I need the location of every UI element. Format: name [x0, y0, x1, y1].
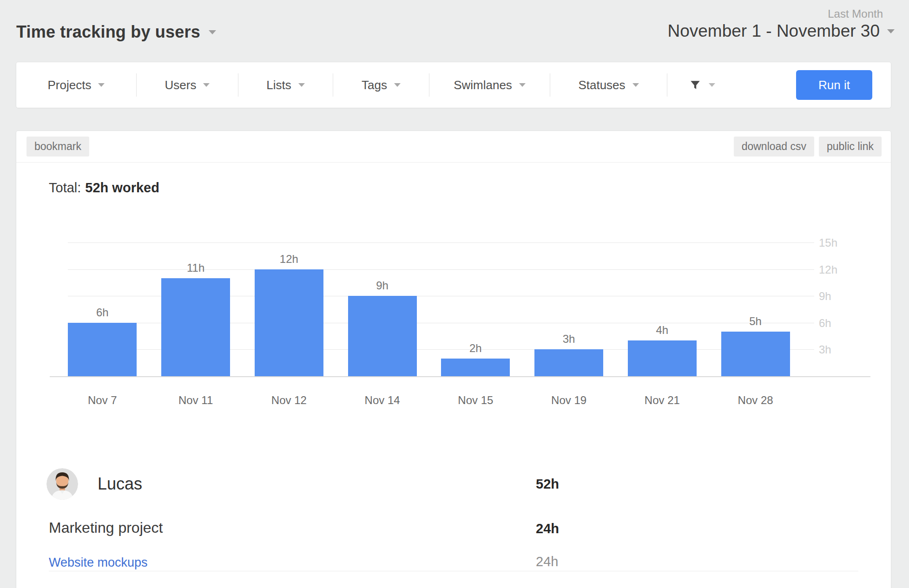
run-button[interactable]: Run it: [796, 70, 872, 100]
chart-bar-nov-28[interactable]: [721, 332, 790, 376]
chevron-down-icon: [209, 30, 216, 34]
x-axis-tick: Nov 7: [56, 394, 149, 407]
filter-users[interactable]: Users: [137, 62, 238, 108]
x-axis-tick: Nov 11: [149, 394, 243, 407]
x-axis-tick: Nov 12: [243, 394, 336, 407]
filter-funnel-icon: [689, 79, 701, 91]
y-axis-tick: 9h: [819, 290, 831, 303]
filter-bar: ProjectsUsersListsTagsSwimlanesStatuses …: [16, 62, 891, 108]
bar-value-label: 11h: [149, 261, 243, 274]
chevron-down-icon: [203, 83, 210, 87]
chart-bar-nov-19[interactable]: [534, 349, 603, 376]
bar-value-label: 12h: [243, 253, 336, 266]
filter-label: Projects: [48, 78, 92, 92]
chevron-down-icon: [394, 83, 401, 87]
page-header: Time tracking by users Last Month Novemb…: [0, 0, 909, 62]
download-csv-button[interactable]: download csv: [734, 137, 814, 157]
y-axis-tick: 15h: [819, 236, 837, 249]
filter-label: Users: [165, 78, 197, 92]
x-axis-tick: Nov 19: [522, 394, 616, 407]
x-axis-tick: Nov 28: [709, 394, 802, 407]
chart-bar-nov-12[interactable]: [255, 269, 323, 376]
date-range-dropdown[interactable]: November 1 - November 30: [667, 21, 895, 41]
chart-bar-nov-15[interactable]: [441, 359, 510, 376]
chevron-down-icon: [887, 29, 895, 33]
task-link[interactable]: Website mockups: [49, 555, 148, 570]
bookmark-button[interactable]: bookmark: [26, 137, 89, 157]
project-name: Marketing project: [49, 519, 163, 536]
filter-label: Swimlanes: [454, 78, 512, 92]
user-name: Lucas: [98, 474, 142, 494]
page-title: Time tracking by users: [16, 22, 200, 42]
chart-bar-nov-7[interactable]: [68, 323, 137, 376]
filter-label: Lists: [266, 78, 291, 92]
user-total-hours: 52h: [536, 477, 559, 492]
toolbar-right: download csv public link: [734, 137, 882, 157]
bar-value-label: 5h: [709, 315, 802, 328]
bar-value-label: 3h: [522, 333, 616, 346]
y-axis-tick: 12h: [819, 263, 837, 276]
filter-label: Tags: [362, 78, 387, 92]
x-axis-baseline: [50, 376, 870, 377]
total-value: 52h worked: [85, 180, 159, 195]
saved-filter-dropdown[interactable]: [667, 62, 737, 108]
time-chart: 15h12h9h6h3h6hNov 711hNov 1112hNov 129hN…: [16, 195, 891, 418]
bar-value-label: 2h: [429, 342, 522, 355]
y-axis-tick: 3h: [819, 343, 831, 356]
bar-value-label: 6h: [56, 306, 149, 319]
user-row: Lucas: [46, 468, 142, 500]
row-divider: [49, 571, 858, 571]
report-toolbar: bookmark download csv public link: [16, 131, 891, 163]
filter-tags[interactable]: Tags: [333, 62, 429, 108]
y-axis-tick: 6h: [819, 317, 831, 330]
date-range: November 1 - November 30: [667, 21, 880, 41]
filter-statuses[interactable]: Statuses: [550, 62, 667, 108]
report-card: bookmark download csv public link Total:…: [16, 131, 891, 588]
bar-value-label: 9h: [336, 279, 429, 292]
filter-lists[interactable]: Lists: [238, 62, 333, 108]
chevron-down-icon: [298, 83, 305, 87]
x-axis-tick: Nov 15: [429, 394, 522, 407]
total-summary: Total:52h worked: [49, 180, 159, 196]
user-avatar: [46, 468, 78, 500]
x-axis-tick: Nov 21: [616, 394, 709, 407]
public-link-button[interactable]: public link: [819, 137, 882, 157]
chevron-down-icon: [98, 83, 105, 87]
report-type-dropdown[interactable]: Time tracking by users: [16, 22, 216, 42]
period-label: Last Month: [828, 7, 883, 20]
bar-value-label: 4h: [616, 324, 709, 337]
x-axis-tick: Nov 14: [336, 394, 429, 407]
chart-bar-nov-11[interactable]: [161, 278, 230, 376]
filter-label: Statuses: [578, 78, 625, 92]
chevron-down-icon: [709, 83, 715, 87]
chart-bar-nov-14[interactable]: [348, 296, 417, 376]
task-hours: 24h: [536, 554, 558, 569]
gridline: [68, 242, 814, 243]
filter-swimlanes[interactable]: Swimlanes: [429, 62, 550, 108]
chart-bar-nov-21[interactable]: [628, 340, 697, 376]
filter-projects[interactable]: Projects: [16, 62, 136, 108]
chevron-down-icon: [632, 83, 639, 87]
project-hours: 24h: [536, 521, 559, 536]
chevron-down-icon: [519, 83, 526, 87]
total-label: Total:: [49, 180, 81, 195]
